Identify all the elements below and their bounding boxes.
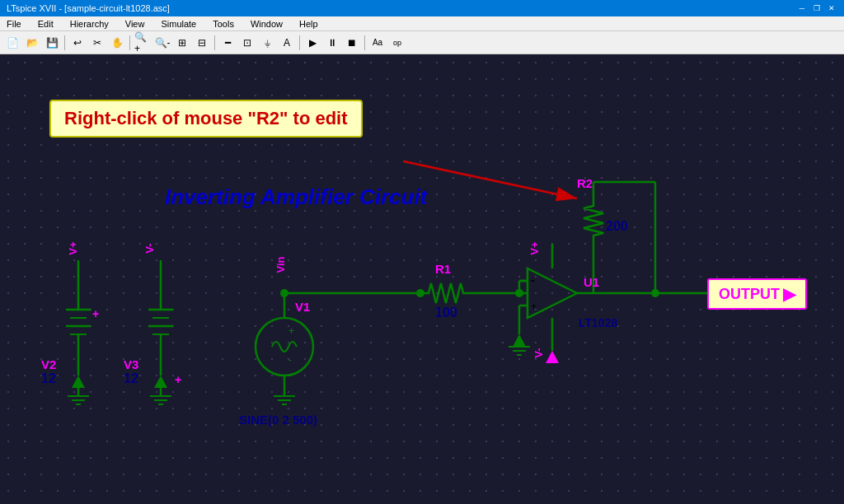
v3-value: 12 bbox=[124, 371, 138, 386]
u1-label: U1 bbox=[584, 275, 599, 289]
vplus-v2-label: V+ bbox=[67, 241, 79, 254]
tooltip-box: Right-click of mouse "R2" to edit bbox=[49, 100, 363, 138]
hand-button[interactable]: ✋ bbox=[108, 34, 126, 52]
zoom-in-button[interactable]: 🔍+ bbox=[134, 34, 152, 52]
component-button[interactable]: ⊡ bbox=[238, 34, 256, 52]
circuit-title: Inverting Amplifier Circuit bbox=[165, 184, 427, 210]
menu-file[interactable]: File bbox=[3, 19, 25, 29]
v1-label: V1 bbox=[295, 300, 310, 314]
save-button[interactable]: 💾 bbox=[43, 34, 61, 52]
toolbar-sep-2 bbox=[129, 35, 130, 50]
svg-text:+: + bbox=[175, 373, 181, 386]
u1-model: LT1028 bbox=[579, 316, 617, 329]
title-bar: LTspice XVII - [sample-circuit-lt1028.as… bbox=[0, 0, 844, 16]
svg-marker-50 bbox=[513, 334, 526, 347]
menu-tools[interactable]: Tools bbox=[209, 19, 237, 29]
svg-text:+: + bbox=[288, 325, 294, 337]
menu-simulate[interactable]: Simulate bbox=[157, 19, 199, 29]
cut-button[interactable]: ✂ bbox=[88, 34, 106, 52]
v3-label: V3 bbox=[124, 357, 138, 371]
v1-sine: SINE(0 2 500) bbox=[239, 413, 317, 427]
menu-view[interactable]: View bbox=[122, 19, 148, 29]
spice-button[interactable]: op bbox=[388, 34, 406, 52]
label-button[interactable]: A bbox=[278, 34, 296, 52]
menu-edit[interactable]: Edit bbox=[35, 19, 57, 29]
vminus-v3-label: V- bbox=[143, 243, 156, 253]
toolbar-sep-5 bbox=[364, 35, 365, 50]
run-button[interactable]: ▶ bbox=[303, 34, 321, 52]
toolbar-sep-3 bbox=[214, 35, 215, 50]
svg-point-65 bbox=[280, 289, 288, 297]
svg-text:-: - bbox=[531, 273, 535, 287]
r1-label: R1 bbox=[435, 262, 451, 276]
vplus-u1-label: V+ bbox=[528, 241, 541, 254]
restore-button[interactable]: ❐ bbox=[811, 2, 823, 14]
vin-label: Vin bbox=[274, 257, 287, 273]
tooltip-text: Right-click of mouse "R2" to edit bbox=[64, 108, 348, 128]
toolbar-sep-4 bbox=[299, 35, 300, 50]
close-button[interactable]: ✕ bbox=[826, 2, 837, 14]
svg-marker-57 bbox=[546, 351, 559, 363]
new-button[interactable]: 📄 bbox=[3, 34, 21, 52]
zoom-area-button[interactable]: ⊟ bbox=[193, 34, 211, 52]
stop-button[interactable]: ⏹ bbox=[343, 34, 361, 52]
menu-bar: File Edit Hierarchy View Simulate Tools … bbox=[0, 16, 844, 31]
toolbar: 📄 📂 💾 ↩ ✂ ✋ 🔍+ 🔍- ⊞ ⊟ ━ ⊡ ⏚ A ▶ ⏸ ⏹ Aa o… bbox=[0, 31, 844, 54]
r2-value: 200 bbox=[606, 219, 628, 234]
v2-value: 12 bbox=[41, 371, 56, 386]
r1-value: 100 bbox=[435, 306, 457, 320]
wire-button[interactable]: ━ bbox=[218, 34, 237, 52]
zoom-fit-button[interactable]: ⊞ bbox=[173, 34, 191, 52]
text-button[interactable]: Aa bbox=[368, 34, 387, 52]
canvas-area[interactable]: + + + - bbox=[0, 54, 844, 504]
open-button[interactable]: 📂 bbox=[23, 34, 41, 52]
ground-button[interactable]: ⏚ bbox=[258, 34, 276, 52]
svg-marker-18 bbox=[154, 376, 167, 388]
svg-marker-6 bbox=[72, 376, 85, 388]
undo-button[interactable]: ↩ bbox=[68, 34, 87, 52]
svg-text:-: - bbox=[288, 354, 292, 366]
output-label: OUTPUT ▶ bbox=[707, 278, 807, 310]
menu-window[interactable]: Window bbox=[247, 19, 286, 29]
svg-text:+: + bbox=[531, 301, 537, 312]
window-title: LTspice XVII - [sample-circuit-lt1028.as… bbox=[7, 3, 170, 13]
svg-line-61 bbox=[404, 161, 577, 198]
output-arrow-icon: ▶ bbox=[783, 284, 795, 304]
v2-label: V2 bbox=[41, 357, 56, 371]
r2-label: R2 bbox=[577, 176, 593, 190]
minimize-button[interactable]: ─ bbox=[796, 2, 808, 14]
svg-text:+: + bbox=[92, 307, 99, 320]
svg-point-24 bbox=[256, 318, 313, 376]
window-controls: ─ ❐ ✕ bbox=[796, 2, 837, 14]
vminus-u1-label: V- bbox=[532, 348, 545, 357]
zoom-out-button[interactable]: 🔍- bbox=[153, 34, 171, 52]
menu-hierarchy[interactable]: Hierarchy bbox=[67, 19, 112, 29]
toolbar-sep-1 bbox=[64, 35, 65, 50]
menu-help[interactable]: Help bbox=[296, 19, 321, 29]
pause-button[interactable]: ⏸ bbox=[323, 34, 341, 52]
